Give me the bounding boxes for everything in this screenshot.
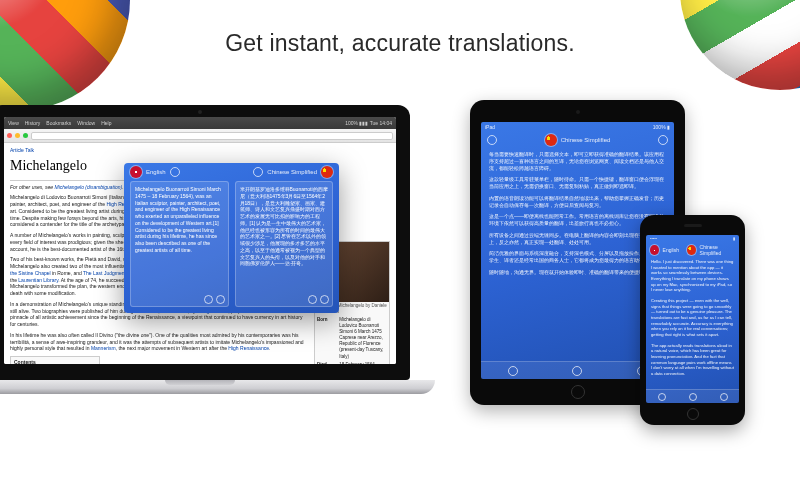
menubar-item[interactable]: Help xyxy=(101,120,111,126)
window-minimize-icon[interactable] xyxy=(15,133,20,138)
window-close-icon[interactable] xyxy=(7,133,12,138)
swap-languages-icon[interactable] xyxy=(170,167,180,177)
ios-status-bar: iPad 100% ▮ xyxy=(481,122,674,131)
translated-paragraph: 每当需要快速翻译时，只需选择文本，即可立即获得准确的翻译结果。该应用程序支持超过… xyxy=(489,151,666,171)
menubar-status-right: 100% ▮▮▮ Tue 14:04 xyxy=(345,120,392,126)
translated-paragraph: 内置的语音朗读功能可以将翻译结果自然地读出来，帮助您掌握正确发音；历史记录会自动… xyxy=(489,195,666,209)
wiki-link[interactable]: High Renaissance xyxy=(228,345,269,351)
menubar-item[interactable]: History xyxy=(25,120,41,126)
uk-flag-icon[interactable] xyxy=(130,166,142,178)
disambiguation-link[interactable]: Michelangelo (disambiguation) xyxy=(54,184,122,190)
translated-paragraph: Creating this project — even with the we… xyxy=(651,298,734,338)
source-language-label[interactable]: English xyxy=(146,168,166,176)
camera-dot xyxy=(576,110,580,114)
home-button[interactable] xyxy=(687,408,699,420)
source-language-label[interactable]: English xyxy=(663,247,679,253)
macos-menubar: View History Bookmarks Window Help 100% … xyxy=(4,117,396,129)
ios-toolbar xyxy=(646,389,739,403)
mac-display: View History Bookmarks Window Help 100% … xyxy=(4,117,396,364)
translated-paragraph: 这款轻量级工具常驻菜单栏，随时待命。只需一个快捷键，翻译窗口便会浮现在当前应用之… xyxy=(489,176,666,190)
speaker-slot xyxy=(684,224,702,227)
speak-icon[interactable] xyxy=(308,295,317,304)
marketing-headline: Get instant, accurate translations. xyxy=(0,30,800,57)
home-button[interactable] xyxy=(571,385,585,399)
macbook-base xyxy=(0,380,435,394)
translate-icon[interactable] xyxy=(689,393,697,401)
source-text-pane[interactable]: Michelangelo Buonarroti Simoni March 147… xyxy=(130,181,229,307)
target-language-label[interactable]: Chinese Simplified xyxy=(267,168,317,176)
translated-paragraph: Hello. I just discovered. There was one … xyxy=(651,259,734,293)
translator-header: English Chinese Simplified xyxy=(646,242,739,257)
menubar-item[interactable]: Window xyxy=(77,120,95,126)
translated-text-body[interactable]: Hello. I just discovered. There was one … xyxy=(646,257,739,389)
wiki-toc: Contents 1 Life 2 Works 3 Legacy xyxy=(10,356,100,364)
share-icon[interactable] xyxy=(658,135,668,145)
translator-overlay-window[interactable]: English Chinese Simplified Michelangelo … xyxy=(124,163,339,313)
wiki-link[interactable]: The Last Judgment xyxy=(83,270,126,276)
china-flag-icon[interactable] xyxy=(687,245,696,255)
translated-paragraph: The app actually reads translations alou… xyxy=(651,343,734,377)
history-icon[interactable] xyxy=(508,366,518,376)
window-zoom-icon[interactable] xyxy=(23,133,28,138)
history-icon[interactable] xyxy=(658,393,666,401)
ios-status-bar: ••••• ▮ xyxy=(646,235,739,242)
wiki-link[interactable]: Mannerism xyxy=(91,345,116,351)
translated-text-pane[interactable]: 米开朗基罗迪洛多维科Buonarroti的西摩尼（意大利语1475年3月6日至1… xyxy=(235,181,334,307)
menubar-item[interactable]: View xyxy=(8,120,19,126)
speak-icon[interactable] xyxy=(204,295,213,304)
article-paragraph: In his lifetime he was also often called… xyxy=(10,332,304,352)
iphone-device: ••••• ▮ English Chinese Simplified Hello… xyxy=(640,215,745,425)
browser-toolbar xyxy=(4,129,396,143)
macbook-device: View History Bookmarks Window Help 100% … xyxy=(0,105,410,394)
menubar-item[interactable]: Bookmarks xyxy=(46,120,71,126)
wiki-link[interactable]: Laurentian Library xyxy=(18,277,58,283)
china-flag-icon[interactable] xyxy=(545,134,557,146)
back-icon[interactable] xyxy=(487,135,497,145)
translator-header: Chinese Simplified xyxy=(481,131,674,149)
address-bar[interactable] xyxy=(31,132,393,140)
china-flag-icon[interactable] xyxy=(321,166,333,178)
settings-icon[interactable] xyxy=(253,167,263,177)
copy-icon[interactable] xyxy=(320,295,329,304)
translate-icon[interactable] xyxy=(572,366,582,376)
iphone-screen: ••••• ▮ English Chinese Simplified Hello… xyxy=(646,235,739,403)
target-language-label[interactable]: Chinese Simplified xyxy=(561,137,611,143)
copy-icon[interactable] xyxy=(216,295,225,304)
translator-header: English Chinese Simplified xyxy=(124,163,339,181)
favorites-icon[interactable] xyxy=(720,393,728,401)
camera-dot xyxy=(198,110,202,114)
target-language-label[interactable]: Chinese Simplified xyxy=(700,244,735,256)
wiki-tabs[interactable]: Article Talk xyxy=(10,147,304,154)
uk-flag-icon[interactable] xyxy=(650,245,659,255)
